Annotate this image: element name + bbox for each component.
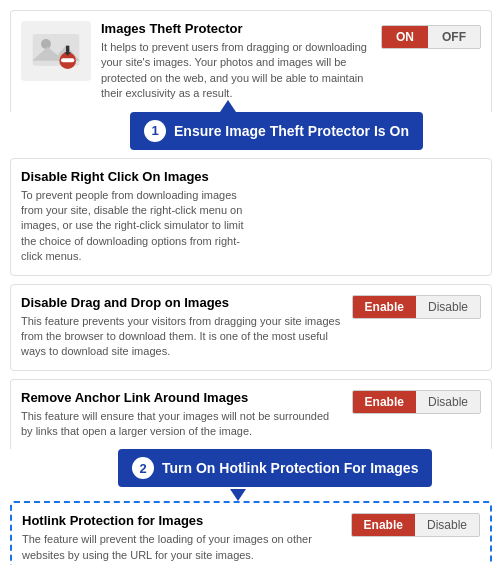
theft-protector-desc: It helps to prevent users from dragging … xyxy=(101,40,371,102)
svg-point-1 xyxy=(41,39,51,49)
card-hotlink-protection: Hotlink Protection for Images The featur… xyxy=(10,501,492,565)
hotlink-disable-button[interactable]: Disable xyxy=(415,514,479,536)
hotlink-title: Hotlink Protection for Images xyxy=(22,513,341,528)
main-container: Images Theft Protector It helps to preve… xyxy=(0,0,502,565)
hotlink-enable-button[interactable]: Enable xyxy=(352,514,415,536)
hotlink-content: Hotlink Protection for Images The featur… xyxy=(22,513,341,563)
card-image-theft-protector: Images Theft Protector It helps to preve… xyxy=(10,10,492,112)
card-remove-anchor-link: Remove Anchor Link Around Images This fe… xyxy=(10,379,492,450)
hotlink-toggle[interactable]: Enable Disable xyxy=(351,513,480,537)
drag-drop-content: Disable Drag and Drop on Images This fea… xyxy=(21,295,342,360)
hotlink-actions: Enable Disable xyxy=(351,513,480,537)
hotlink-desc: The feature will prevent the loading of … xyxy=(22,532,341,563)
on-off-toggle[interactable]: ON OFF xyxy=(381,25,481,49)
anchor-link-title: Remove Anchor Link Around Images xyxy=(21,390,342,405)
tooltip-2-text: Turn On Hotlink Protection For Images xyxy=(162,460,418,476)
tooltip-2-arrow-down xyxy=(230,489,246,501)
svg-rect-3 xyxy=(61,58,74,62)
anchor-link-actions: Enable Disable xyxy=(352,390,481,414)
tooltip-2-number: 2 xyxy=(132,457,154,479)
theft-protector-title: Images Theft Protector xyxy=(101,21,371,36)
right-click-content: Disable Right Click On Images To prevent… xyxy=(21,169,261,265)
toggle-off-button[interactable]: OFF xyxy=(428,26,480,48)
theft-protector-content: Images Theft Protector It helps to preve… xyxy=(101,21,371,102)
anchor-link-content: Remove Anchor Link Around Images This fe… xyxy=(21,390,342,440)
tooltip-1-text: Ensure Image Theft Protector Is On xyxy=(174,123,409,139)
drag-drop-actions: Enable Disable xyxy=(352,295,481,319)
anchor-enable-button[interactable]: Enable xyxy=(353,391,416,413)
tooltip-2-balloon: 2 Turn On Hotlink Protection For Images xyxy=(118,449,432,487)
right-click-title: Disable Right Click On Images xyxy=(21,169,261,184)
card-icon-theft-protector xyxy=(21,21,91,81)
anchor-link-toggle[interactable]: Enable Disable xyxy=(352,390,481,414)
drag-drop-title: Disable Drag and Drop on Images xyxy=(21,295,342,310)
card-disable-drag-drop: Disable Drag and Drop on Images This fea… xyxy=(10,284,492,371)
tooltip-1-arrow-up xyxy=(220,100,236,112)
theft-protector-actions: ON OFF xyxy=(381,21,481,49)
toggle-on-button[interactable]: ON xyxy=(382,26,428,48)
anchor-link-desc: This feature will ensure that your image… xyxy=(21,409,342,440)
drag-drop-enable-button[interactable]: Enable xyxy=(353,296,416,318)
svg-rect-5 xyxy=(66,45,69,53)
anchor-disable-button[interactable]: Disable xyxy=(416,391,480,413)
card-disable-right-click: Disable Right Click On Images To prevent… xyxy=(10,158,492,276)
drag-drop-disable-button[interactable]: Disable xyxy=(416,296,480,318)
drag-drop-toggle[interactable]: Enable Disable xyxy=(352,295,481,319)
tooltip-1-balloon: 1 Ensure Image Theft Protector Is On xyxy=(130,112,423,150)
drag-drop-desc: This feature prevents your visitors from… xyxy=(21,314,342,360)
right-click-desc: To prevent people from downloading image… xyxy=(21,188,261,265)
tooltip-1-number: 1 xyxy=(144,120,166,142)
